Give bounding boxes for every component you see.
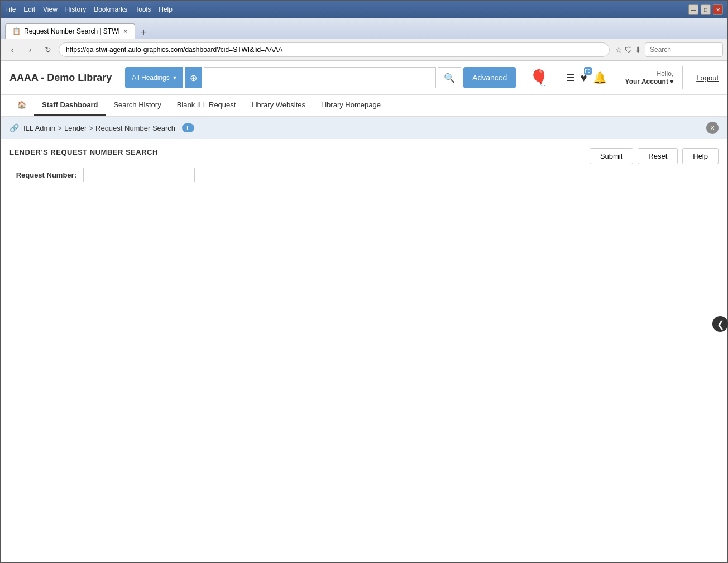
breadcrumb-bar: 🔗 ILL Admin > Lender > Request Number Se…: [1, 117, 727, 139]
breadcrumb-sep-1: >: [58, 124, 62, 132]
menu-bar[interactable]: File Edit View History Bookmarks Tools H…: [5, 6, 173, 13]
app-content: AAAA - Demo Library All Headings ▾ ⊕ 🔍 A…: [1, 61, 727, 562]
nav-library-websites[interactable]: Library Websites: [243, 95, 313, 116]
list-icon[interactable]: ☰: [566, 71, 575, 84]
nav-home[interactable]: 🏠: [9, 95, 34, 116]
tab-title: Request Number Search | STWI: [24, 27, 120, 35]
menu-history[interactable]: History: [65, 6, 86, 13]
forward-button[interactable]: ›: [23, 42, 37, 57]
breadcrumb-sep-2: >: [89, 124, 93, 132]
header-icons: ☰ ♥ F9 🔔: [566, 71, 607, 84]
request-number-input[interactable]: [83, 168, 195, 182]
account-dropdown-icon: ▾: [670, 78, 673, 85]
home-icon: 🏠: [17, 101, 26, 109]
menu-file[interactable]: File: [5, 6, 16, 13]
account-name: Your Account ▾: [625, 78, 674, 85]
reset-button[interactable]: Reset: [638, 148, 678, 164]
address-input[interactable]: [59, 42, 610, 57]
breadcrumb-lender[interactable]: Lender: [64, 124, 87, 132]
refresh-button[interactable]: ↻: [41, 42, 55, 57]
request-number-label: Request Number:: [9, 171, 76, 179]
balloon-icon[interactable]: 🎈: [529, 69, 549, 87]
bookmark-icon[interactable]: ☆: [615, 45, 622, 54]
separator: [616, 66, 616, 89]
minimize-button[interactable]: —: [688, 4, 698, 15]
menu-edit[interactable]: Edit: [23, 6, 35, 13]
back-button[interactable]: ‹: [5, 42, 20, 57]
active-tab[interactable]: 📋 Request Number Search | STWI ×: [5, 23, 135, 39]
breadcrumb-link-icon: 🔗: [9, 123, 19, 132]
menu-bookmarks[interactable]: Bookmarks: [94, 6, 127, 13]
hello-label: Hello,: [657, 70, 674, 78]
nav-blank-ill-request[interactable]: Blank ILL Request: [169, 95, 244, 116]
address-bar: ‹ › ↻ ☆ 🛡 ⬇: [1, 39, 727, 61]
nav-bar: 🏠 Staff Dashboard Search History Blank I…: [1, 95, 727, 117]
side-panel-toggle[interactable]: ❮: [712, 316, 728, 332]
new-tab-button[interactable]: +: [136, 27, 151, 39]
menu-view[interactable]: View: [43, 6, 58, 13]
request-number-row: Request Number:: [9, 168, 719, 182]
action-buttons: Submit Reset Help: [590, 148, 719, 164]
breadcrumb-badge: L: [182, 123, 194, 132]
menu-help[interactable]: Help: [159, 6, 173, 13]
help-button[interactable]: Help: [682, 148, 719, 164]
main-content: LENDER'S REQUEST NUMBER SEARCH Submit Re…: [1, 139, 727, 562]
breadcrumb-request-number-search[interactable]: Request Number Search: [95, 124, 175, 132]
submit-button[interactable]: Submit: [590, 148, 633, 164]
advanced-button[interactable]: Advanced: [463, 67, 516, 88]
bell-icon[interactable]: 🔔: [593, 71, 607, 84]
breadcrumb-ill-admin[interactable]: ILL Admin: [23, 124, 55, 132]
chevron-left-icon: ❮: [717, 319, 724, 330]
title-bar: File Edit View History Bookmarks Tools H…: [1, 1, 727, 18]
shield-icon: 🛡: [625, 45, 633, 54]
dropdown-arrow-icon: ▾: [173, 74, 176, 82]
tab-bar: 📋 Request Number Search | STWI × +: [1, 18, 727, 39]
menu-tools[interactable]: Tools: [135, 6, 151, 13]
headings-dropdown[interactable]: All Headings ▾: [125, 67, 183, 88]
app-title: AAAA - Demo Library: [9, 72, 112, 84]
database-icon[interactable]: ⊕: [185, 67, 202, 88]
nav-search-history[interactable]: Search History: [106, 95, 169, 116]
account-section[interactable]: Hello, Your Account ▾: [625, 70, 674, 85]
tab-favicon: 📋: [12, 27, 21, 35]
address-icons: ☆ 🛡 ⬇: [615, 45, 641, 54]
f9-badge: F9: [584, 67, 592, 75]
logout-button[interactable]: Logout: [696, 74, 719, 82]
search-section: All Headings ▾ ⊕ 🔍 Advanced: [125, 67, 516, 88]
close-button[interactable]: ✕: [713, 4, 723, 15]
tab-close-button[interactable]: ×: [123, 27, 128, 36]
heart-icon[interactable]: ♥ F9: [581, 71, 587, 84]
headings-label: All Headings: [132, 74, 169, 82]
nav-library-homepage[interactable]: Library Homepage: [313, 95, 389, 116]
breadcrumb-close-button[interactable]: ×: [706, 122, 719, 134]
maximize-button[interactable]: □: [701, 4, 711, 15]
nav-staff-dashboard[interactable]: Staff Dashboard: [34, 95, 106, 116]
window-controls: — □ ✕: [688, 4, 723, 15]
app-header: AAAA - Demo Library All Headings ▾ ⊕ 🔍 A…: [1, 61, 727, 95]
main-search-input[interactable]: [204, 67, 436, 88]
search-button[interactable]: 🔍: [438, 67, 461, 88]
download-icon[interactable]: ⬇: [635, 45, 641, 54]
separator-2: [682, 66, 683, 89]
browser-search-input[interactable]: [645, 42, 723, 57]
